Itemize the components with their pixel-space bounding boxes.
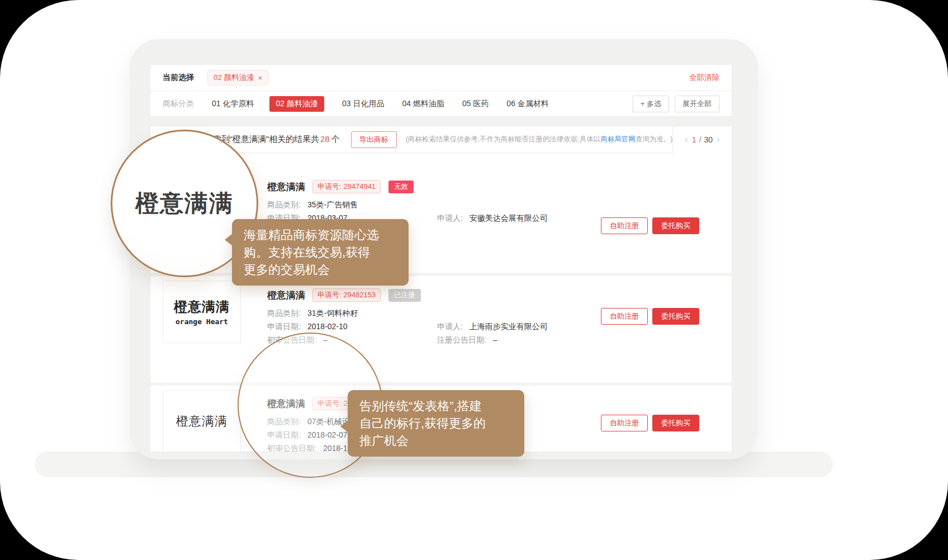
close-icon[interactable]: × (258, 74, 263, 82)
trademark-image-3: 橙意满满 (163, 390, 241, 452)
current-selection-row: 当前选择 02 颜料油漆 × 全部清除 (150, 65, 732, 91)
expand-all-button[interactable]: 展开全部 (675, 96, 719, 112)
category-item-03[interactable]: 03 日化用品 (342, 99, 384, 109)
summary-suffix: 个 (331, 134, 340, 144)
page-separator: / (699, 135, 701, 144)
disclaimer-prefix: (商标检索结果仅供参考,不作为商标能否注册的法律依据;具体以 (406, 135, 601, 143)
category-item-06[interactable]: 06 金属材料 (506, 99, 548, 109)
self-register-button[interactable]: 自助注册 (601, 415, 648, 431)
field-value: 35类-广告销售 (307, 200, 358, 209)
category-row: 商标分类 01 化学原料 02 颜料油漆 03 日化用品 04 燃料油脂 05 … (150, 91, 732, 116)
application-number-tag: 申请号: 29482153 (312, 288, 381, 302)
total-pages: 30 (704, 135, 713, 144)
disclaimer-suffix: 查询为准。) (636, 135, 673, 143)
chevron-left-icon[interactable]: ‹ (681, 135, 692, 145)
category-item-02-selected[interactable]: 02 颜料油漆 (269, 96, 324, 112)
application-number-value: 29474941 (343, 182, 376, 191)
filter-card: 当前选择 02 颜料油漆 × 全部清除 商标分类 01 化学原料 02 颜料油漆… (150, 64, 732, 117)
self-register-button[interactable]: 自助注册 (601, 217, 648, 234)
field-label: 商品类别: (267, 200, 301, 209)
current-selection-label: 当前选择 (163, 73, 194, 83)
category-item-05[interactable]: 05 医药 (462, 99, 489, 109)
field-label: 申请日期: (267, 322, 301, 331)
results-count: 28 (320, 134, 330, 144)
trademark-name: 橙意满满 (267, 289, 305, 302)
self-register-button[interactable]: 自助注册 (601, 308, 648, 325)
magnified-trademark-text: 橙意满满 (135, 188, 234, 219)
field-value: 安徽美达会展有限公司 (470, 213, 548, 222)
clear-all-button[interactable]: 全部清除 (689, 73, 719, 83)
page-canvas: 当前选择 02 颜料油漆 × 全部清除 商标分类 01 化学原料 02 颜料油漆… (0, 0, 948, 560)
field-value: 31类-饲料种籽 (307, 309, 358, 317)
field-label: 注册公告日期: (437, 335, 486, 344)
selected-filter-tag[interactable]: 02 颜料油漆 × (207, 70, 268, 86)
promo-tooltip-promotion: 告别传统“发表格”,搭建 自己的标行,获得更多的 推广机会 (348, 390, 524, 457)
chevron-right-icon[interactable]: › (713, 135, 723, 145)
field-label: 申请人: (437, 213, 463, 222)
application-number-label: 申请号: (317, 291, 342, 299)
application-number-value: 29482153 (343, 291, 376, 299)
entrust-buy-button[interactable]: 委托购买 (652, 217, 699, 234)
result-row-2: 橙意满满 orange Heart 橙意满满 申请号: 29482153 已注册… (150, 276, 732, 382)
application-number-label: 申请号: (317, 182, 342, 191)
entrust-buy-button[interactable]: 委托购买 (652, 308, 699, 325)
trademark-image-text: 橙意满满 (174, 298, 230, 316)
pagination: ‹ 1 / 30 › (672, 126, 732, 153)
trademark-image-text: 橙意满满 (176, 413, 227, 430)
field-label: 申请人: (437, 322, 463, 331)
trademark-office-link[interactable]: 商标局官网 (600, 135, 636, 143)
selected-filter-tag-label: 02 颜料油漆 (214, 73, 254, 83)
status-badge-registered: 已注册 (388, 289, 421, 302)
promo-tooltip-marketplace: 海量精品商标资源随心选 购。支持在线交易,获得 更多的交易机会 (232, 219, 409, 286)
disclaimer-text: (商标检索结果仅供参考,不作为商标能否注册的法律依据;具体以商标局官网查询为准。… (406, 135, 673, 144)
field-label: 商品类别: (267, 309, 301, 317)
field-value: 上海雨步实业有限公司 (470, 322, 548, 331)
status-badge-invalid: 无效 (388, 181, 414, 193)
application-number-tag: 申请号: 29474941 (312, 180, 381, 193)
multi-select-button[interactable]: + 多选 (633, 96, 669, 112)
trademark-name: 橙意满满 (267, 181, 305, 193)
category-item-04[interactable]: 04 燃料油脂 (402, 99, 444, 109)
trademark-image-2: 橙意满满 orange Heart (163, 281, 241, 343)
export-trademark-button[interactable]: 导出商标 (351, 131, 397, 148)
field-value: 2018-02-10 (307, 322, 348, 331)
trademark-image-subtext: orange Heart (176, 317, 228, 326)
category-label: 商标分类 (163, 99, 194, 109)
field-value: – (493, 335, 497, 344)
current-page: 1 (692, 135, 696, 144)
entrust-buy-button[interactable]: 委托购买 (652, 415, 699, 431)
results-header: 当前分类下检索到“橙意满满”相关的结果共28个 导出商标 (商标检索结果仅供参考… (150, 126, 732, 153)
category-item-01[interactable]: 01 化学原料 (212, 99, 254, 109)
